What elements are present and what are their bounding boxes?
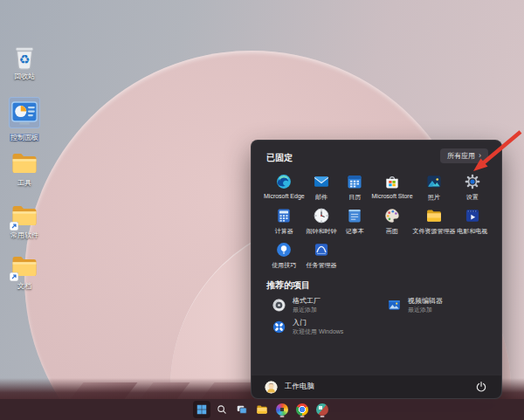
- paint-icon: [383, 207, 401, 224]
- pinned-app-movies[interactable]: 电影和电视: [456, 204, 489, 238]
- recommended-item-format-factory[interactable]: 格式工厂最近添加: [264, 294, 374, 316]
- calculator-icon: [275, 207, 293, 224]
- start-menu: 已固定 所有应用 › Microsoft Edge邮件日历Microsoft S…: [251, 140, 502, 399]
- pinned-app-label: Microsoft Store: [372, 193, 413, 199]
- format-factory-icon: [272, 298, 286, 313]
- tips-icon: [275, 241, 293, 258]
- running-indicator: [321, 416, 325, 417]
- recommended-item-video-editor[interactable]: 视频编辑器最近添加: [379, 294, 489, 316]
- pinned-app-label: 设置: [466, 193, 479, 202]
- shortcut-arrow-icon: [10, 222, 18, 231]
- desktop-icon-control-panel-1[interactable]: 控制面板: [2, 98, 47, 143]
- pinned-app-label: 邮件: [315, 193, 328, 202]
- running-indicator: [300, 416, 305, 417]
- running-indicator: [280, 416, 285, 417]
- desktop-icon-label: 控制面板: [10, 134, 39, 141]
- recommended-title: 视频编辑器: [408, 297, 443, 306]
- media-app-icon: [316, 403, 328, 416]
- search-icon: [216, 403, 228, 416]
- pinned-app-label: 任务管理器: [306, 261, 336, 270]
- control-panel-icon: [10, 98, 39, 127]
- desktop-icon-folder-3[interactable]: 常用软件: [2, 201, 47, 239]
- pinned-app-settings[interactable]: 设置: [456, 170, 489, 204]
- shortcut-arrow-icon: [10, 272, 18, 281]
- pinned-app-label: 记事本: [346, 227, 364, 236]
- folder-icon: [10, 201, 39, 231]
- taskbar: [0, 399, 524, 420]
- desktop-icon-label: 文档: [2, 282, 47, 290]
- pinned-app-paint[interactable]: 画图: [372, 204, 413, 238]
- recommended-item-get-started[interactable]: 入门欢迎使用 Windows: [264, 316, 374, 338]
- svg-text:♻: ♻: [19, 52, 31, 66]
- pinned-app-tips[interactable]: 使用技巧: [264, 238, 305, 272]
- notepad-icon: [346, 207, 363, 224]
- pinned-app-label: 计算器: [275, 227, 293, 236]
- pinned-header: 已固定: [266, 152, 293, 164]
- pinned-app-label: 闹钟和时钟: [306, 227, 336, 236]
- movies-icon: [464, 207, 481, 224]
- recommended-header: 推荐的项目: [266, 279, 310, 292]
- folder-icon: [10, 251, 39, 281]
- recommended-grid: 格式工厂最近添加视频编辑器最近添加入门欢迎使用 Windows: [264, 294, 489, 338]
- taskmgr-icon: [313, 241, 330, 258]
- all-apps-button[interactable]: 所有应用 ›: [440, 148, 488, 163]
- desktop-icon-label: 工具: [2, 179, 47, 187]
- taskbar-file-explorer-button[interactable]: [253, 401, 271, 418]
- desktop-icon-label: 回收站: [2, 72, 47, 80]
- get-started-icon: [272, 320, 286, 334]
- color-wheel-icon: [276, 403, 288, 416]
- desktop-icon-recycle-bin-0[interactable]: ♻回收站: [2, 42, 47, 80]
- desktop-icon-folder-2[interactable]: 工具: [2, 148, 47, 187]
- pinned-app-photos[interactable]: 照片: [413, 170, 456, 204]
- recommended-subtitle: 最近添加: [293, 306, 321, 313]
- taskbar-color-wheel-app-button[interactable]: [273, 401, 291, 418]
- edge-icon: [275, 173, 293, 190]
- pinned-app-label: 使用技巧: [272, 261, 296, 270]
- taskbar-search-button[interactable]: [213, 401, 231, 418]
- all-apps-label: 所有应用: [447, 151, 475, 161]
- pinned-app-label: Microsoft Edge: [264, 193, 305, 199]
- desktop-icon-folder-4[interactable]: 文档: [2, 251, 47, 290]
- pinned-app-calculator[interactable]: 计算器: [264, 204, 305, 238]
- pinned-apps-grid: Microsoft Edge邮件日历Microsoft Store照片设置计算器…: [264, 170, 489, 272]
- recommended-subtitle: 欢迎使用 Windows: [293, 328, 343, 335]
- pinned-app-notepad[interactable]: 记事本: [338, 204, 371, 238]
- desktop-icon-label: 常用软件: [2, 231, 47, 239]
- explorer-icon: [256, 403, 268, 416]
- calendar-icon: [346, 173, 363, 190]
- pinned-app-explorer[interactable]: 文件资源管理器: [413, 204, 456, 238]
- user-name: 工作电脑: [285, 382, 314, 392]
- user-avatar: [265, 381, 278, 394]
- pinned-app-edge[interactable]: Microsoft Edge: [264, 170, 305, 204]
- power-button[interactable]: [474, 380, 488, 394]
- windows-icon: [196, 403, 208, 416]
- start-menu-footer: 工作电脑: [252, 375, 501, 398]
- recommended-subtitle: 最近添加: [408, 306, 443, 313]
- pinned-app-label: 文件资源管理器: [413, 227, 456, 236]
- recommended-title: 格式工厂: [293, 297, 321, 306]
- pinned-app-mail[interactable]: 邮件: [305, 170, 338, 204]
- pinned-app-store[interactable]: Microsoft Store: [372, 170, 413, 204]
- desktop-screen: ♻回收站控制面板工具常用软件文档 已固定 所有应用 › Microsoft Ed…: [0, 0, 524, 420]
- recycle-bin-icon: ♻: [10, 42, 39, 72]
- video-editor-icon: [387, 298, 402, 313]
- store-icon: [383, 173, 401, 190]
- pinned-app-label: 电影和电视: [457, 227, 487, 236]
- pinned-app-clock[interactable]: 闹钟和时钟: [305, 204, 338, 238]
- mail-icon: [313, 173, 330, 190]
- pinned-app-calendar[interactable]: 日历: [338, 170, 371, 204]
- chrome-icon: [296, 403, 308, 416]
- taskbar-media-app-button[interactable]: [314, 401, 331, 418]
- taskview-icon: [236, 403, 248, 416]
- clock-icon: [313, 207, 330, 224]
- pinned-app-label: 画图: [386, 227, 398, 236]
- taskbar-chrome-button[interactable]: [293, 401, 311, 418]
- pinned-app-taskmgr[interactable]: 任务管理器: [305, 238, 338, 272]
- chevron-right-icon: ›: [479, 152, 481, 160]
- user-account-button[interactable]: 工作电脑: [265, 381, 314, 394]
- pinned-app-label: 照片: [428, 193, 440, 202]
- folder-icon: [10, 148, 39, 178]
- explorer-icon: [425, 207, 443, 224]
- taskbar-start-button[interactable]: [193, 401, 210, 418]
- taskbar-task-view-button[interactable]: [233, 401, 251, 418]
